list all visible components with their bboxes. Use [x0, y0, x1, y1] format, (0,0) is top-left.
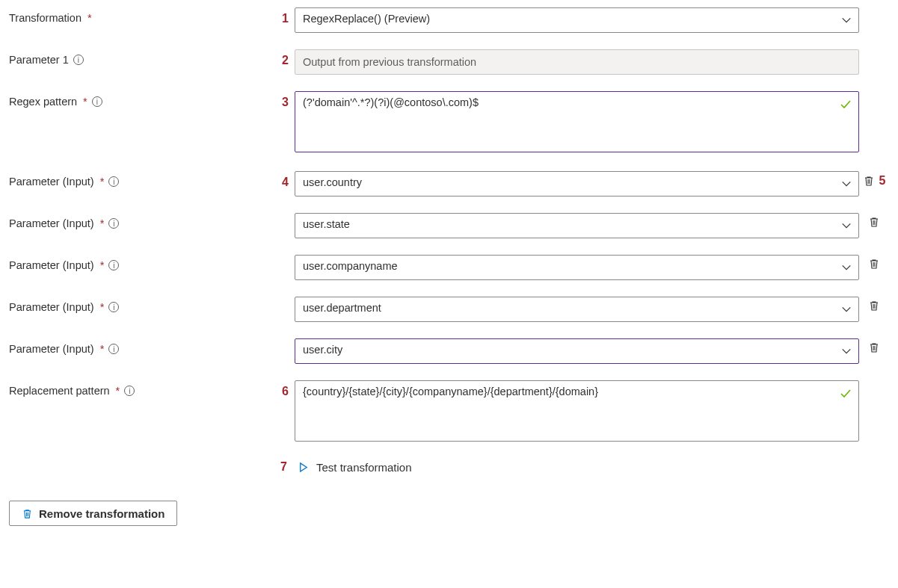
trash-icon: [868, 300, 880, 312]
label-parameter-input: Parameter (Input) * i: [9, 213, 271, 229]
regex-pattern-input[interactable]: [295, 91, 859, 152]
trash-icon: [868, 258, 880, 270]
required-asterisk: *: [116, 385, 120, 397]
play-icon: [298, 462, 309, 473]
required-asterisk: *: [100, 301, 105, 313]
label-parameter-input-text: Parameter (Input): [9, 176, 94, 188]
callout-1: 1: [271, 7, 295, 25]
delete-button[interactable]: [868, 300, 880, 312]
label-parameter-input-text: Parameter (Input): [9, 259, 94, 271]
test-transformation-label: Test transformation: [316, 461, 412, 474]
info-icon[interactable]: i: [108, 302, 119, 312]
delete-button[interactable]: [868, 341, 880, 353]
parameter-input-value: user.country: [303, 176, 362, 188]
trash-icon: [863, 175, 875, 187]
remove-transformation-button[interactable]: Remove transformation: [9, 501, 177, 526]
label-transformation: Transformation *: [9, 7, 271, 24]
label-replacement-pattern-text: Replacement pattern: [9, 385, 110, 397]
required-asterisk: *: [100, 217, 105, 229]
required-asterisk: *: [87, 12, 92, 24]
label-regex-pattern: Regex pattern * i: [9, 91, 271, 108]
info-icon[interactable]: i: [108, 218, 119, 229]
callout-2: 2: [271, 49, 295, 67]
label-parameter1-text: Parameter 1: [9, 54, 69, 66]
trash-icon: [868, 216, 880, 228]
delete-button[interactable]: [868, 258, 880, 270]
replacement-pattern-input[interactable]: [295, 380, 859, 442]
parameter-input-value: user.city: [303, 344, 342, 356]
parameter-input-value: user.companyname: [303, 260, 398, 272]
required-asterisk: *: [100, 343, 105, 355]
transformation-select-value: RegexReplace() (Preview): [303, 13, 430, 25]
required-asterisk: *: [83, 96, 87, 108]
label-regex-pattern-text: Regex pattern: [9, 96, 77, 108]
callout-5: 5: [879, 174, 886, 188]
trash-icon: [868, 341, 880, 353]
trash-icon: [22, 508, 33, 519]
callout-3: 3: [271, 91, 295, 109]
parameter1-input: [295, 49, 859, 75]
label-parameter-input-text: Parameter (Input): [9, 217, 94, 229]
delete-button[interactable]: [868, 216, 880, 228]
test-transformation-link[interactable]: Test transformation: [298, 461, 412, 474]
info-icon[interactable]: i: [73, 55, 84, 65]
info-icon[interactable]: i: [108, 176, 119, 187]
label-parameter-input: Parameter (Input) * i: [9, 297, 271, 313]
parameter-input-select[interactable]: user.country: [295, 171, 859, 196]
info-icon[interactable]: i: [92, 96, 102, 107]
parameter-input-select[interactable]: user.companyname: [295, 255, 859, 280]
label-parameter-input: Parameter (Input) * i: [9, 338, 271, 355]
callout-6: 6: [271, 380, 295, 398]
parameter-input-select[interactable]: user.state: [295, 213, 859, 238]
required-asterisk: *: [100, 259, 105, 271]
delete-button[interactable]: [863, 175, 875, 187]
parameter-input-value: user.state: [303, 218, 350, 230]
callout-7: 7: [271, 460, 287, 474]
label-parameter-input-text: Parameter (Input): [9, 343, 94, 355]
info-icon[interactable]: i: [108, 260, 119, 270]
required-asterisk: *: [100, 176, 105, 188]
label-parameter-input-text: Parameter (Input): [9, 301, 94, 313]
label-parameter1: Parameter 1 i: [9, 49, 271, 66]
info-icon[interactable]: i: [108, 344, 119, 354]
label-transformation-text: Transformation: [9, 12, 82, 24]
remove-transformation-label: Remove transformation: [39, 507, 164, 520]
parameter-input-select[interactable]: user.department: [295, 297, 859, 322]
info-icon[interactable]: i: [124, 386, 135, 396]
parameter-input-select[interactable]: user.city: [295, 338, 859, 364]
transformation-select[interactable]: RegexReplace() (Preview): [295, 7, 859, 33]
label-parameter-input: Parameter (Input) * i: [9, 171, 271, 188]
label-replacement-pattern: Replacement pattern * i: [9, 380, 271, 397]
parameter-input-value: user.department: [303, 302, 381, 314]
callout-4: 4: [271, 171, 295, 189]
label-parameter-input: Parameter (Input) * i: [9, 255, 271, 271]
